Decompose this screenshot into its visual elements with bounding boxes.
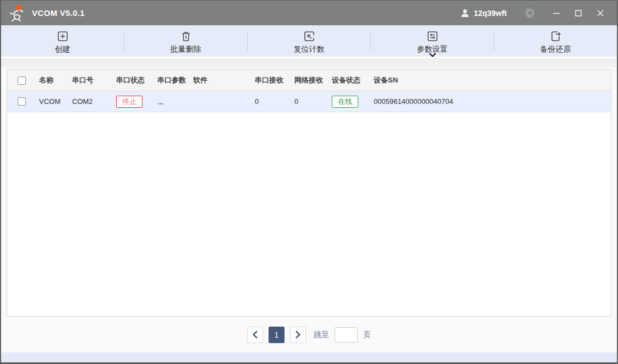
- jump-to-label: 跳至: [314, 330, 329, 340]
- trash-icon: [180, 30, 192, 42]
- close-button[interactable]: [589, 5, 611, 21]
- toolbar: 创建 批量删除 复位计数 参数设置: [1, 25, 617, 58]
- backup-restore-button[interactable]: 备份还原: [494, 25, 617, 57]
- header-com-port: 串口号: [67, 75, 111, 85]
- usr-logo-icon: [8, 4, 26, 23]
- reset-count-icon: [303, 30, 315, 42]
- pagination: 1 跳至 页: [7, 317, 611, 352]
- jump-page-input[interactable]: [335, 327, 358, 343]
- create-label: 创建: [55, 45, 70, 54]
- batch-delete-label: 批量删除: [171, 45, 201, 54]
- header-software: 软件: [188, 75, 249, 85]
- username-label: 12q39wft: [474, 9, 507, 18]
- cell-port-params: ,,,: [152, 97, 188, 106]
- gear-icon: [525, 8, 535, 18]
- params-settings-button[interactable]: 参数设置: [371, 25, 494, 57]
- backup-restore-label: 备份还原: [540, 45, 571, 54]
- header-device-sn: 设备SN: [368, 75, 611, 85]
- table-row[interactable]: VCOM COM2 停止 ,,, 0 0 在线 0005961400000004…: [7, 91, 611, 112]
- device-table: 名称 串口号 串口状态 串口参数 软件 串口接收 网络接收 设备状态 设备SN …: [7, 69, 611, 317]
- maximize-icon: [574, 9, 583, 18]
- row-checkbox[interactable]: [18, 97, 26, 106]
- port-status-badge: 停止: [116, 96, 143, 108]
- user-menu[interactable]: 12q39wft: [460, 8, 507, 18]
- minimize-icon: [552, 9, 561, 18]
- create-button[interactable]: 创建: [1, 25, 124, 57]
- user-icon: [460, 8, 470, 18]
- header-port-params: 串口参数: [152, 75, 188, 85]
- header-port-status: 串口状态: [111, 75, 152, 85]
- maximize-button[interactable]: [567, 5, 589, 21]
- chevron-down-icon[interactable]: [429, 53, 436, 57]
- main-content: 名称 串口号 串口状态 串口参数 软件 串口接收 网络接收 设备状态 设备SN …: [1, 68, 617, 352]
- cell-serial-rx: 0: [249, 97, 289, 106]
- app-window: VCOM V5.0.1 12q39wft: [0, 0, 618, 364]
- chevron-left-icon: [251, 330, 259, 339]
- page-suffix-label: 页: [363, 330, 371, 340]
- chevron-right-icon: [294, 330, 302, 339]
- next-page-button[interactable]: [290, 327, 306, 343]
- app-title: VCOM V5.0.1: [32, 8, 85, 18]
- toolbar-content-divider: [1, 58, 617, 68]
- cell-device-sn: 00059614000000040704: [368, 97, 611, 106]
- cell-com-port: COM2: [67, 97, 111, 106]
- select-all-checkbox[interactable]: [18, 76, 26, 85]
- device-status-badge: 在线: [332, 96, 358, 108]
- backup-restore-icon: [550, 30, 562, 42]
- table-header-row: 名称 串口号 串口状态 串口参数 软件 串口接收 网络接收 设备状态 设备SN: [7, 70, 611, 91]
- titlebar-controls: 12q39wft: [460, 5, 611, 21]
- header-device-status: 设备状态: [326, 75, 368, 85]
- batch-delete-button[interactable]: 批量删除: [124, 25, 247, 57]
- header-serial-rx: 串口接收: [249, 75, 289, 85]
- settings-gear-button[interactable]: [519, 5, 541, 21]
- titlebar: VCOM V5.0.1 12q39wft: [1, 1, 617, 25]
- bottom-status-strip: [1, 352, 617, 362]
- add-square-icon: [57, 30, 69, 42]
- header-name: 名称: [34, 75, 67, 85]
- minimize-button[interactable]: [545, 5, 567, 21]
- header-net-rx: 网络接收: [289, 75, 326, 85]
- reset-count-button[interactable]: 复位计数: [248, 25, 370, 57]
- prev-page-button[interactable]: [247, 327, 263, 343]
- reset-count-label: 复位计数: [294, 45, 325, 54]
- logo-head-dot: [16, 5, 21, 10]
- close-icon: [596, 9, 605, 18]
- page-number-button[interactable]: 1: [269, 327, 285, 343]
- cell-net-rx: 0: [289, 97, 326, 106]
- cell-name: VCOM: [34, 97, 67, 106]
- params-settings-icon: [426, 30, 439, 42]
